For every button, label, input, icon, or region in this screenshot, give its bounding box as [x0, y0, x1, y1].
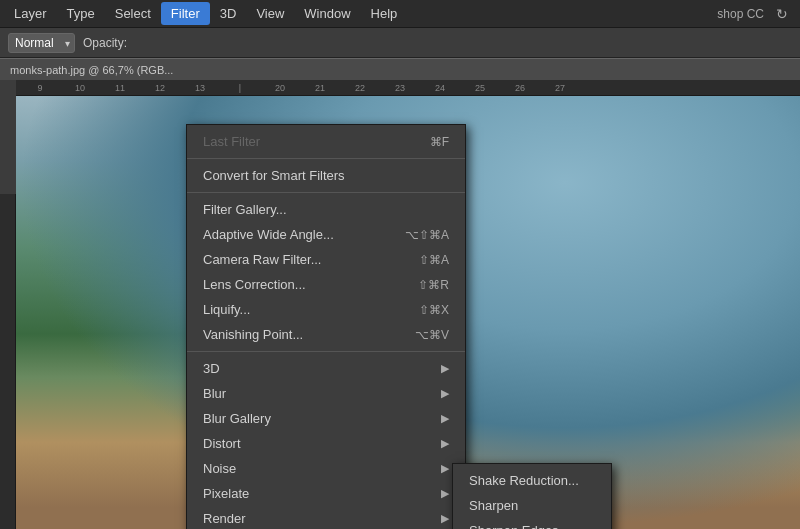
- menu-shortcut: ⇧⌘A: [419, 253, 449, 267]
- menu-3d[interactable]: 3D: [210, 2, 247, 25]
- ruler-tick: 11: [100, 83, 140, 93]
- menu-shortcut: ⇧⌘R: [418, 278, 449, 292]
- ruler-tick: 13: [180, 83, 220, 93]
- menu-item-label: Last Filter: [203, 134, 260, 149]
- ruler-tick: 9: [20, 83, 60, 93]
- ruler-tick: 24: [420, 83, 460, 93]
- menu-help[interactable]: Help: [361, 2, 408, 25]
- sharpen-submenu: Shake Reduction... Sharpen Sharpen Edges…: [452, 463, 612, 529]
- submenu-arrow-icon: ▶: [441, 462, 449, 475]
- ruler-numbers: 9 10 11 12 13 | 20 21 22 23 24 25 26 27: [16, 83, 580, 93]
- menu-select[interactable]: Select: [105, 2, 161, 25]
- submenu-arrow-icon: ▶: [441, 512, 449, 525]
- menubar: Layer Type Select Filter 3D View Window …: [0, 0, 800, 28]
- menu-item-3d[interactable]: 3D ▶: [187, 356, 465, 381]
- submenu-item-label: Sharpen: [469, 498, 518, 513]
- menu-item-label: Pixelate: [203, 486, 249, 501]
- blend-mode-wrapper[interactable]: Normal: [8, 33, 75, 53]
- submenu-item-shake-reduction[interactable]: Shake Reduction...: [453, 468, 611, 493]
- content-area: Last Filter ⌘F Convert for Smart Filters…: [0, 96, 800, 529]
- menu-view[interactable]: View: [246, 2, 294, 25]
- menu-item-smart-filters[interactable]: Convert for Smart Filters: [187, 163, 465, 188]
- menu-item-label: Render: [203, 511, 246, 526]
- menu-separator: [187, 351, 465, 352]
- submenu-arrow-icon: ▶: [441, 387, 449, 400]
- ruler-vertical: [0, 194, 16, 529]
- filter-menu: Last Filter ⌘F Convert for Smart Filters…: [186, 124, 466, 529]
- ruler-tick: 27: [540, 83, 580, 93]
- ruler-tick: 12: [140, 83, 180, 93]
- submenu-arrow-icon: ▶: [441, 487, 449, 500]
- ruler-tick: 22: [340, 83, 380, 93]
- menu-item-vanishing-point[interactable]: Vanishing Point... ⌥⌘V: [187, 322, 465, 347]
- blend-mode-select[interactable]: Normal: [8, 33, 75, 53]
- app-body: Layer Type Select Filter 3D View Window …: [0, 0, 800, 529]
- submenu-item-label: Shake Reduction...: [469, 473, 579, 488]
- ruler-horizontal: 9 10 11 12 13 | 20 21 22 23 24 25 26 27: [16, 80, 800, 96]
- menu-item-label: Adaptive Wide Angle...: [203, 227, 334, 242]
- menu-window[interactable]: Window: [294, 2, 360, 25]
- menu-item-label: Lens Correction...: [203, 277, 306, 292]
- app-title: shop CC: [717, 7, 764, 21]
- menu-item-noise[interactable]: Noise ▶: [187, 456, 465, 481]
- menu-item-lens-correction[interactable]: Lens Correction... ⇧⌘R: [187, 272, 465, 297]
- menu-item-liquify[interactable]: Liquify... ⇧⌘X: [187, 297, 465, 322]
- menu-shortcut: ⇧⌘X: [419, 303, 449, 317]
- menu-item-blur[interactable]: Blur ▶: [187, 381, 465, 406]
- menu-separator: [187, 192, 465, 193]
- menu-shortcut: ⌘F: [430, 135, 449, 149]
- menu-item-blur-gallery[interactable]: Blur Gallery ▶: [187, 406, 465, 431]
- menu-item-label: Camera Raw Filter...: [203, 252, 321, 267]
- ruler-tick: 21: [300, 83, 340, 93]
- menu-item-label: Noise: [203, 461, 236, 476]
- ruler-tick: 26: [500, 83, 540, 93]
- menu-item-filter-gallery[interactable]: Filter Gallery...: [187, 197, 465, 222]
- menu-item-label: Blur Gallery: [203, 411, 271, 426]
- menu-item-label: Filter Gallery...: [203, 202, 287, 217]
- ruler-tick: 10: [60, 83, 100, 93]
- menu-item-label: Blur: [203, 386, 226, 401]
- menu-item-camera-raw[interactable]: Camera Raw Filter... ⇧⌘A: [187, 247, 465, 272]
- submenu-arrow-icon: ▶: [441, 412, 449, 425]
- refresh-icon[interactable]: ↻: [776, 6, 788, 22]
- ruler-tick: 25: [460, 83, 500, 93]
- menu-type[interactable]: Type: [57, 2, 105, 25]
- submenu-item-sharpen-edges[interactable]: Sharpen Edges: [453, 518, 611, 529]
- menu-item-label: Liquify...: [203, 302, 250, 317]
- ruler-tick: 20: [260, 83, 300, 93]
- menu-item-label: Distort: [203, 436, 241, 451]
- menu-item-adaptive-wide[interactable]: Adaptive Wide Angle... ⌥⇧⌘A: [187, 222, 465, 247]
- file-tab-label: monks-path.jpg @ 66,7% (RGB...: [10, 64, 173, 76]
- ruler-tick: |: [220, 83, 260, 93]
- menu-item-distort[interactable]: Distort ▶: [187, 431, 465, 456]
- menu-item-pixelate[interactable]: Pixelate ▶: [187, 481, 465, 506]
- menu-item-label: Convert for Smart Filters: [203, 168, 345, 183]
- menu-item-label: 3D: [203, 361, 220, 376]
- menu-filter[interactable]: Filter: [161, 2, 210, 25]
- submenu-item-label: Sharpen Edges: [469, 523, 559, 529]
- menu-separator: [187, 158, 465, 159]
- submenu-item-sharpen[interactable]: Sharpen: [453, 493, 611, 518]
- ruler-tick: 23: [380, 83, 420, 93]
- menu-layer[interactable]: Layer: [4, 2, 57, 25]
- file-tab[interactable]: monks-path.jpg @ 66,7% (RGB...: [0, 58, 800, 80]
- toolbar: Normal Opacity:: [0, 28, 800, 58]
- opacity-label: Opacity:: [83, 36, 127, 50]
- submenu-arrow-icon: ▶: [441, 437, 449, 450]
- menu-shortcut: ⌥⌘V: [415, 328, 449, 342]
- submenu-arrow-icon: ▶: [441, 362, 449, 375]
- menu-item-last-filter[interactable]: Last Filter ⌘F: [187, 129, 465, 154]
- menu-shortcut: ⌥⇧⌘A: [405, 228, 449, 242]
- menu-item-render[interactable]: Render ▶: [187, 506, 465, 529]
- menu-item-label: Vanishing Point...: [203, 327, 303, 342]
